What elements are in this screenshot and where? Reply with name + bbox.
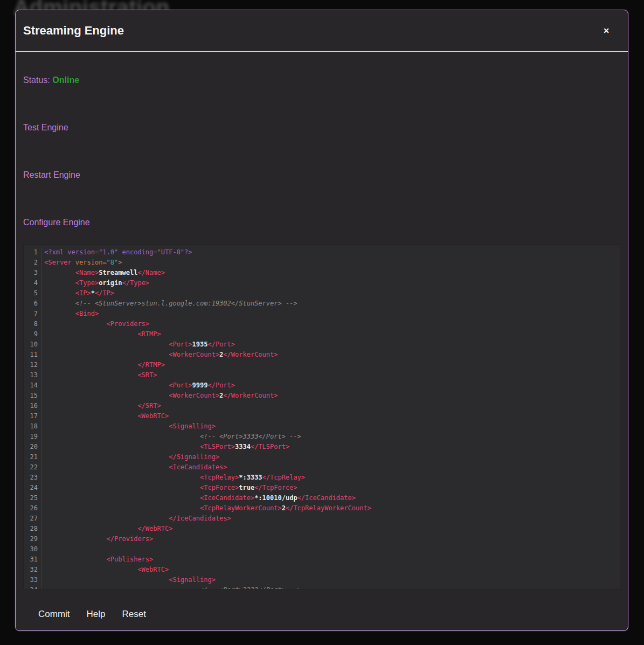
- line-content[interactable]: </Signalling>: [41, 452, 219, 462]
- line-content[interactable]: <Port>9999</Port>: [41, 380, 235, 391]
- code-token: </Port>: [207, 382, 235, 389]
- code-line[interactable]: 31 <Publishers>: [24, 554, 620, 565]
- line-content[interactable]: <TcpForce>true</TcpForce>: [41, 483, 297, 493]
- line-content[interactable]: <Publishers>: [41, 554, 153, 565]
- line-content[interactable]: <TcpRelay>*:3333</TcpRelay>: [41, 473, 305, 483]
- code-token: <Port>: [169, 341, 192, 348]
- code-line[interactable]: 8 <Providers>: [24, 319, 620, 329]
- line-number: 12: [24, 360, 41, 370]
- code-token: <?xml version="1.0" encoding="UTF-8"?>: [44, 248, 192, 256]
- code-token: <IP>: [75, 289, 91, 297]
- code-line[interactable]: 7 <Bind>: [24, 309, 620, 319]
- line-content[interactable]: <TcpRelayWorkerCount>2</TcpRelayWorkerCo…: [41, 503, 371, 514]
- code-line[interactable]: 5 <IP>*</IP>: [24, 288, 620, 299]
- code-line[interactable]: 11 <WorkerCount>2</WorkerCount>: [24, 350, 620, 360]
- code-editor[interactable]: 1<?xml version="1.0" encoding="UTF-8"?>2…: [23, 244, 620, 589]
- code-token: </IceCandidates>: [169, 515, 231, 522]
- code-line[interactable]: 18 <Signalling>: [24, 421, 620, 432]
- line-content[interactable]: <TLSPort>3334</TLSPort>: [41, 442, 289, 452]
- line-content[interactable]: <IceCandidate>*:10010/udp</IceCandidate>: [41, 493, 356, 503]
- line-content[interactable]: <Providers>: [41, 319, 149, 329]
- code-line[interactable]: 15 <WorkerCount>2</WorkerCount>: [24, 391, 620, 401]
- code-line[interactable]: 2<Server version="8">: [24, 258, 620, 268]
- code-line[interactable]: 16 </SRT>: [24, 401, 620, 411]
- line-content[interactable]: </IceCandidates>: [41, 514, 231, 524]
- code-token: <Server: [44, 259, 72, 266]
- commit-button[interactable]: Commit: [38, 609, 70, 619]
- line-number: 13: [24, 370, 41, 380]
- line-content[interactable]: <?xml version="1.0" encoding="UTF-8"?>: [41, 247, 192, 258]
- code-line[interactable]: 4 <Type>origin</Type>: [24, 278, 620, 288]
- line-number: 10: [24, 339, 41, 350]
- code-token: "8": [107, 259, 119, 266]
- close-button[interactable]: ✕: [601, 26, 612, 36]
- line-content[interactable]: <IceCandidates>: [41, 462, 227, 473]
- help-button[interactable]: Help: [87, 609, 106, 619]
- line-content[interactable]: <Server version="8">: [41, 258, 122, 268]
- line-number: 16: [24, 401, 41, 411]
- code-token: <TcpForce>: [200, 484, 239, 491]
- configure-engine-link[interactable]: Configure Engine: [23, 217, 90, 227]
- line-content[interactable]: <!-- <StunServer>stun.l.google.com:19302…: [41, 299, 297, 309]
- line-content[interactable]: [41, 544, 44, 554]
- code-line[interactable]: 33 <Signalling>: [24, 575, 620, 585]
- code-line[interactable]: 23 <TcpRelay>*:3333</TcpRelay>: [24, 473, 620, 483]
- line-number: 5: [24, 288, 41, 299]
- code-line[interactable]: 22 <IceCandidates>: [24, 462, 620, 473]
- code-line[interactable]: 30: [24, 544, 620, 554]
- code-line[interactable]: 10 <Port>1935</Port>: [24, 339, 620, 350]
- code-line[interactable]: 19 <!-- <Port>3333</Port> -->: [24, 432, 620, 442]
- code-line[interactable]: 34 <!-- <Port>3333</Port> -->: [24, 585, 620, 589]
- line-content[interactable]: <SRT>: [41, 370, 157, 380]
- code-token: <RTMP>: [137, 330, 161, 338]
- line-number: 23: [24, 473, 41, 483]
- reset-button[interactable]: Reset: [122, 609, 146, 619]
- code-token: </WorkerCount>: [223, 392, 278, 399]
- line-content[interactable]: <WebRTC>: [41, 411, 169, 421]
- code-line[interactable]: 9 <RTMP>: [24, 329, 620, 339]
- code-line[interactable]: 20 <TLSPort>3334</TLSPort>: [24, 442, 620, 452]
- code-line[interactable]: 21 </Signalling>: [24, 452, 620, 462]
- code-token: 9999: [192, 382, 208, 389]
- line-content[interactable]: </Providers>: [41, 534, 153, 544]
- line-content[interactable]: </WebRTC>: [41, 524, 172, 534]
- code-line[interactable]: 13 <SRT>: [24, 370, 620, 380]
- code-line[interactable]: 6 <!-- <StunServer>stun.l.google.com:193…: [24, 299, 620, 309]
- line-content[interactable]: <WebRTC>: [41, 565, 169, 575]
- code-token: <Signalling>: [169, 422, 216, 430]
- code-token: <Type>: [75, 279, 99, 287]
- code-line[interactable]: 3 <Name>Streamwell</Name>: [24, 268, 620, 278]
- code-token: 2: [282, 504, 286, 512]
- code-line[interactable]: 1<?xml version="1.0" encoding="UTF-8"?>: [24, 247, 620, 258]
- code-line[interactable]: 28 </WebRTC>: [24, 524, 620, 534]
- line-content[interactable]: </SRT>: [41, 401, 161, 411]
- code-line[interactable]: 27 </IceCandidates>: [24, 514, 620, 524]
- line-content[interactable]: <WorkerCount>2</WorkerCount>: [41, 350, 278, 360]
- line-content[interactable]: <Type>origin</Type>: [41, 278, 149, 288]
- line-number: 29: [24, 534, 41, 544]
- line-content[interactable]: <Signalling>: [41, 575, 216, 585]
- line-content[interactable]: <!-- <Port>3333</Port> -->: [41, 432, 301, 442]
- code-token: <Signalling>: [169, 576, 216, 584]
- line-content[interactable]: <RTMP>: [41, 329, 161, 339]
- restart-engine-link[interactable]: Restart Engine: [23, 170, 80, 180]
- code-line[interactable]: 14 <Port>9999</Port>: [24, 380, 620, 391]
- code-token: <WorkerCount>: [169, 351, 219, 358]
- line-content[interactable]: <!-- <Port>3333</Port> -->: [41, 585, 301, 589]
- code-line[interactable]: 26 <TcpRelayWorkerCount>2</TcpRelayWorke…: [24, 503, 620, 514]
- line-content[interactable]: <IP>*</IP>: [41, 288, 114, 299]
- line-content[interactable]: <Port>1935</Port>: [41, 339, 235, 350]
- modal-body: Status: Online Test Engine Restart Engin…: [16, 52, 628, 630]
- code-line[interactable]: 25 <IceCandidate>*:10010/udp</IceCandida…: [24, 493, 620, 503]
- line-content[interactable]: <Bind>: [41, 309, 99, 319]
- code-line[interactable]: 24 <TcpForce>true</TcpForce>: [24, 483, 620, 493]
- test-engine-link[interactable]: Test Engine: [23, 122, 68, 133]
- line-content[interactable]: <Name>Streamwell</Name>: [41, 268, 165, 278]
- line-content[interactable]: <WorkerCount>2</WorkerCount>: [41, 391, 278, 401]
- code-line[interactable]: 17 <WebRTC>: [24, 411, 620, 421]
- code-line[interactable]: 32 <WebRTC>: [24, 565, 620, 575]
- line-content[interactable]: <Signalling>: [41, 421, 216, 432]
- line-content[interactable]: </RTMP>: [41, 360, 165, 370]
- code-line[interactable]: 12 </RTMP>: [24, 360, 620, 370]
- code-line[interactable]: 29 </Providers>: [24, 534, 620, 544]
